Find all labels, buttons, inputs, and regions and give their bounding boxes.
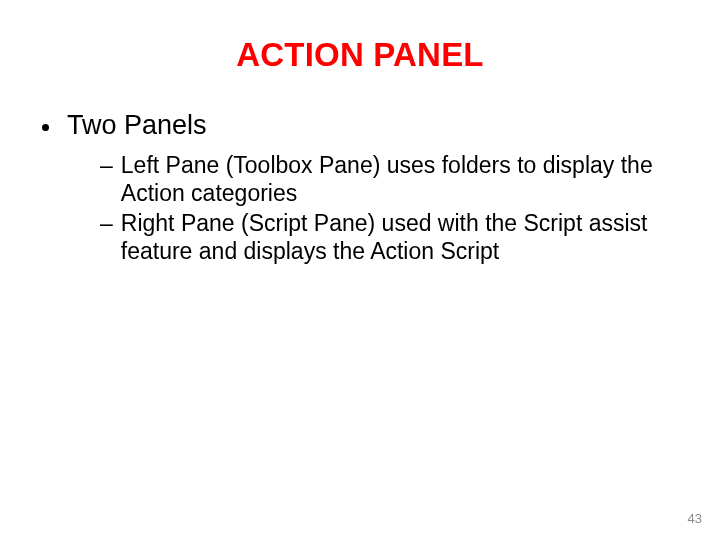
sub-bullet-list: – Left Pane (Toolbox Pane) uses folders … <box>100 151 670 265</box>
page-number: 43 <box>688 511 702 526</box>
dash-icon: – <box>100 151 113 179</box>
bullet-level2-text: Right Pane (Script Pane) used with the S… <box>121 209 670 265</box>
bullet-level1-text: Two Panels <box>67 110 207 141</box>
bullet-level2: – Left Pane (Toolbox Pane) uses folders … <box>100 151 670 207</box>
dash-icon: – <box>100 209 113 237</box>
bullet-level1: Two Panels <box>42 110 680 141</box>
bullet-level2-text: Left Pane (Toolbox Pane) uses folders to… <box>121 151 670 207</box>
bullet-level2: – Right Pane (Script Pane) used with the… <box>100 209 670 265</box>
bullet-dot-icon <box>42 124 49 131</box>
slide-title: ACTION PANEL <box>40 36 680 74</box>
slide: ACTION PANEL Two Panels – Left Pane (Too… <box>0 0 720 540</box>
